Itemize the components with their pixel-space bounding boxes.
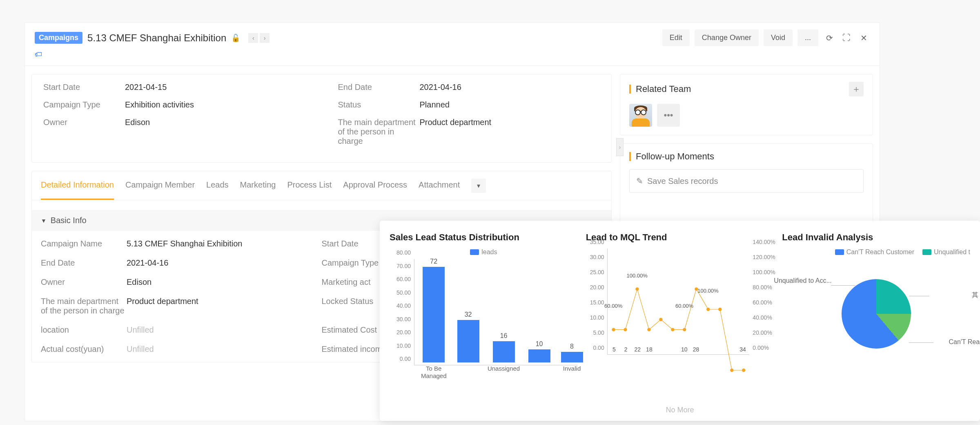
add-team-member-button[interactable]: ＋ (849, 82, 864, 96)
tag-icon[interactable]: 🏷 (35, 50, 42, 58)
summary-card: Start Date2021-04-15Campaign TypeExhibit… (31, 74, 612, 163)
bar-value-label: 10 (681, 346, 688, 353)
bar-value-label: 18 (646, 346, 653, 353)
y-tick: 5.00 (593, 329, 604, 336)
summary-value: Planned (420, 100, 450, 110)
y-tick: 30.00 (590, 254, 604, 260)
no-more-label: No More (380, 406, 980, 414)
summary-value: Edison (125, 118, 150, 127)
y-tick: 60.00 (396, 276, 411, 282)
bar-value-label: 22 (634, 346, 641, 353)
next-button[interactable]: › (260, 33, 270, 43)
y-tick: 35.00 (590, 239, 604, 245)
pct-label: 100.00% (697, 288, 718, 294)
y-tick: 0.00 (400, 356, 411, 362)
y-tick: 70.00 (396, 263, 411, 269)
tab-process-list[interactable]: Process List (287, 171, 332, 200)
bar: 8 (561, 352, 583, 362)
y-tick: 30.00 (396, 316, 411, 322)
charts-panel: Sales Lead Status Distribution leads 0.0… (380, 221, 980, 421)
legend-item: Unqualified t (922, 248, 970, 256)
summary-label: Start Date (43, 83, 125, 92)
chart-title: Sales Lead Status Distribution (390, 232, 578, 243)
pie-chart (842, 279, 911, 349)
fullscreen-icon[interactable]: ⛶ (840, 32, 853, 44)
bar: 72 (423, 267, 445, 362)
avatar[interactable] (629, 104, 652, 127)
y-tick: 0.00 (593, 344, 604, 351)
section-title: Basic Info (51, 216, 87, 225)
summary-label: Owner (43, 118, 125, 127)
info-value: Unfilled (127, 344, 154, 354)
more-team-button[interactable]: ••• (657, 104, 680, 127)
caret-down-icon: ▼ (41, 217, 47, 224)
summary-value: 2021-04-15 (125, 83, 167, 92)
lock-icon: 🔓 (231, 34, 240, 42)
edit-button[interactable]: Edit (662, 29, 690, 46)
followup-title: Follow-up Moments (636, 151, 864, 162)
campaigns-badge: Campaigns (35, 32, 82, 44)
bar-value-label: 32 (465, 311, 472, 318)
tabs-more-button[interactable]: ▾ (471, 179, 486, 193)
y-tick: 20.00 (396, 329, 411, 336)
y-tick-right: 120.00% (753, 254, 772, 260)
summary-value: 2021-04-16 (420, 83, 461, 92)
related-team-title: Related Team (636, 84, 849, 94)
save-sales-records-label: Save Sales records (647, 177, 718, 186)
info-value: Product department (127, 297, 198, 315)
y-tick: 20.00 (590, 284, 604, 291)
info-value: Unfilled (127, 325, 154, 335)
summary-value: Product department (420, 118, 492, 127)
chart-lead-invalid-analysis: Lead Invalid Analysis Can'T Reach Custom… (782, 232, 970, 409)
y-tick: 10.00 (590, 314, 604, 321)
y-tick-right: 140.00% (753, 239, 772, 245)
tab-leads[interactable]: Leads (206, 171, 229, 200)
bar-value-label: 5 (612, 346, 616, 353)
prev-button[interactable]: ‹ (248, 33, 258, 43)
y-tick: 10.00 (396, 342, 411, 349)
tab-campaign-member[interactable]: Campaign Member (125, 171, 195, 200)
refresh-icon[interactable]: ⟳ (823, 32, 835, 44)
tab-approval-process[interactable]: Approval Process (343, 171, 407, 200)
change-owner-button[interactable]: Change Owner (695, 29, 759, 46)
info-value: 5.13 CMEF Shanghai Exhibition (127, 239, 243, 248)
bar: 16 (493, 341, 515, 362)
pie-slice-label: 其 (972, 291, 978, 300)
void-button[interactable]: Void (764, 29, 793, 46)
save-sales-records-button[interactable]: ✎ Save Sales records (629, 169, 864, 193)
summary-value: Exhibition activities (125, 100, 194, 110)
tab-marketing[interactable]: Marketing (240, 171, 276, 200)
pct-label: 100.00% (626, 273, 647, 279)
info-label: Owner (41, 277, 127, 287)
edit-icon: ✎ (636, 176, 643, 186)
close-icon[interactable]: ✕ (858, 32, 870, 44)
bar-value-label: 72 (430, 258, 437, 265)
y-tick: 80.00 (396, 249, 411, 256)
bar-value-label: 2 (624, 346, 628, 353)
summary-label: The main department of the person in cha… (338, 118, 420, 146)
pct-label: 60.00% (675, 303, 693, 309)
y-tick-right: 40.00% (753, 314, 772, 321)
bar-value-label: 28 (693, 346, 699, 353)
y-tick: 40.00 (396, 302, 411, 309)
tab-attachment[interactable]: Attachment (419, 171, 460, 200)
pie-slice-label: Can'T Reach (949, 338, 980, 346)
related-team-card: Related Team ＋ ••• (620, 74, 873, 135)
summary-label: Campaign Type (43, 100, 125, 110)
info-value: 2021-04-16 (127, 258, 168, 268)
bar-value-label: 16 (500, 332, 508, 340)
bar: 32 (457, 320, 479, 362)
y-tick-right: 60.00% (753, 299, 772, 306)
bar: 10 (528, 349, 550, 363)
tab-detailed-information[interactable]: Detailed Information (41, 171, 114, 200)
collapse-sidebar-button[interactable]: › (616, 138, 624, 156)
chart-sales-lead-status: Sales Lead Status Distribution leads 0.0… (390, 232, 578, 409)
y-tick-right: 100.00% (753, 269, 772, 275)
chart-title: Lead Invalid Analysis (782, 232, 970, 243)
info-label: location (41, 325, 127, 335)
page-title: 5.13 CMEF Shanghai Exhibition (87, 32, 226, 44)
bar-value-label: 10 (536, 340, 543, 348)
chart-title: Lead to MQL Trend (586, 232, 774, 243)
more-actions-button[interactable]: ... (797, 29, 818, 46)
info-label: End Date (41, 258, 127, 268)
